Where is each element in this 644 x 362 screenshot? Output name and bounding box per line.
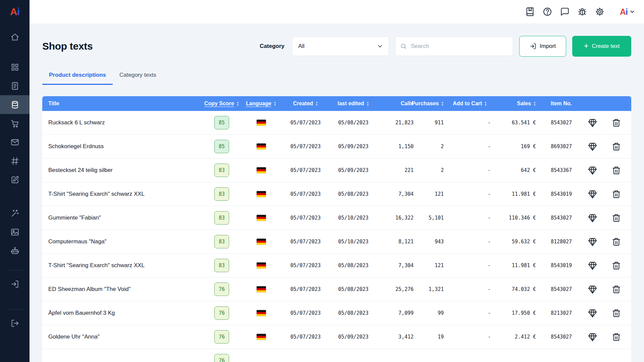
row-sales: 63.541 € xyxy=(493,120,539,126)
delete-trash-icon[interactable] xyxy=(612,166,621,175)
table-row[interactable]: Goldene Uhr "Anna" 76 05/07/2023 05/09/2… xyxy=(42,325,631,349)
delete-trash-icon[interactable] xyxy=(612,285,621,294)
import-button[interactable]: Import xyxy=(519,36,566,57)
gem-icon[interactable] xyxy=(588,333,597,342)
row-purchases: 121 xyxy=(416,262,446,268)
sidebar-item-sign-in[interactable] xyxy=(0,275,30,293)
row-purchases: 2 xyxy=(416,167,446,173)
german-flag-icon xyxy=(257,239,266,245)
column-calls: Calls xyxy=(378,101,416,107)
row-calls: 1,150 xyxy=(378,143,416,149)
row-sales: 110.346 € xyxy=(493,215,539,221)
row-calls: 221 xyxy=(378,167,416,173)
search-input[interactable] xyxy=(410,43,508,50)
table-row[interactable]: ED Sheezman Album "The Void" 76 05/07/20… xyxy=(42,278,631,301)
row-add-to-cart: - xyxy=(446,167,493,173)
sidebar-item-shop-texts[interactable] xyxy=(0,95,30,114)
column-title: Title xyxy=(42,101,203,107)
sidebar-item-mail[interactable] xyxy=(0,133,30,152)
table-row[interactable]: T-Shirt "Searing Exarch" schwarz XXL 83 … xyxy=(42,254,631,278)
gem-icon[interactable] xyxy=(588,142,597,151)
dashboard-grid-icon xyxy=(10,63,19,72)
shop-texts-table: Title Copy Score ▲▼ Language ▲▼ Created … xyxy=(42,96,631,362)
column-copy-score[interactable]: Copy Score ▲▼ xyxy=(203,101,240,107)
chat-icon[interactable] xyxy=(560,7,570,16)
row-title: T-Shirt "Searing Exarch" schwarz XXL xyxy=(42,262,203,269)
sidebar-item-assistant[interactable] xyxy=(0,241,30,260)
row-title: Goldene Uhr "Anna" xyxy=(42,334,203,340)
sidebar-item-images[interactable] xyxy=(0,223,30,241)
bookmarks-icon[interactable] xyxy=(525,7,535,16)
category-select[interactable]: All xyxy=(292,37,389,56)
delete-trash-icon[interactable] xyxy=(612,142,621,151)
column-last-edited[interactable]: last edited ▲▼ xyxy=(329,101,378,107)
help-icon[interactable] xyxy=(543,7,552,16)
sidebar-item-cart[interactable] xyxy=(0,114,30,133)
copy-score-badge: 83 xyxy=(214,187,229,201)
delete-trash-icon[interactable] xyxy=(612,118,621,127)
gem-icon[interactable] xyxy=(588,237,597,246)
sidebar-item-sign-out[interactable] xyxy=(0,314,30,333)
delete-trash-icon[interactable] xyxy=(612,261,621,270)
column-item-no: Item No. xyxy=(539,101,584,107)
sidebar-item-home[interactable] xyxy=(0,27,30,46)
column-sales[interactable]: Sales ▲▼ xyxy=(493,101,539,107)
german-flag-icon xyxy=(257,334,266,340)
settings-gear-icon[interactable] xyxy=(595,7,604,16)
sidebar-item-hashtag[interactable] xyxy=(0,152,30,170)
sidebar-divider xyxy=(6,270,23,270)
row-item-no: 8543367 xyxy=(539,167,584,173)
search-icon xyxy=(400,43,407,50)
table-row[interactable]: Rucksack 6 L schwarz 85 05/07/2023 05/08… xyxy=(42,111,631,135)
page-title: Shop texts xyxy=(42,41,93,52)
gem-icon[interactable] xyxy=(588,118,597,127)
gem-icon[interactable] xyxy=(588,261,597,270)
gem-icon[interactable] xyxy=(588,309,597,318)
gem-icon[interactable] xyxy=(588,190,597,199)
bug-icon[interactable] xyxy=(578,7,587,16)
create-text-button[interactable]: + Create text xyxy=(572,36,631,57)
user-menu[interactable]: Ai xyxy=(620,7,635,17)
row-title: Gummiente "Fabian" xyxy=(42,215,203,221)
tab-category-texts[interactable]: Category texts xyxy=(113,72,163,85)
main-content: Shop texts Category All Import xyxy=(30,23,644,362)
table-row[interactable]: Gummiente "Fabian" 83 05/07/2023 05/10/2… xyxy=(42,206,631,230)
table-row-partial[interactable]: 76 xyxy=(42,349,631,362)
column-language[interactable]: Language ▲▼ xyxy=(240,101,282,107)
row-title: Rucksack 6 L schwarz xyxy=(42,119,203,126)
gem-icon[interactable] xyxy=(588,285,597,294)
table-body: Rucksack 6 L schwarz 85 05/07/2023 05/08… xyxy=(42,111,631,362)
row-purchases: 2 xyxy=(416,143,446,149)
tab-product-descriptions[interactable]: Product descriptions xyxy=(42,72,113,85)
sidebar-item-editor[interactable] xyxy=(0,170,30,189)
gem-icon[interactable] xyxy=(588,214,597,223)
column-add-to-cart[interactable]: Add to Cart ▲▼ xyxy=(446,101,493,107)
table-row[interactable]: Computermaus "Naga" 83 05/07/2023 05/10/… xyxy=(42,230,631,254)
sidebar-item-dashboard[interactable] xyxy=(0,58,30,76)
brand-logo[interactable]: Ai xyxy=(10,0,19,23)
row-sales: 2.412 € xyxy=(493,334,539,340)
row-add-to-cart: - xyxy=(446,120,493,126)
table-row[interactable]: Besteckset 24 teilig silber 83 05/07/202… xyxy=(42,159,631,182)
delete-trash-icon[interactable] xyxy=(612,309,621,318)
delete-trash-icon[interactable] xyxy=(612,333,621,342)
table-row[interactable]: Schokoriegel Erdnuss 85 05/07/2023 05/09… xyxy=(42,135,631,159)
row-title: Besteckset 24 teilig silber xyxy=(42,167,203,174)
sidebar-item-magic-tools[interactable] xyxy=(0,204,30,223)
column-created[interactable]: Created ▲▼ xyxy=(282,101,329,107)
sign-in-icon xyxy=(10,280,19,289)
gem-icon[interactable] xyxy=(588,166,597,175)
row-title: Äpfel vom Bauernhof 3 Kg xyxy=(42,310,203,316)
row-created: 05/07/2023 xyxy=(282,262,329,268)
table-row[interactable]: T-Shirt "Searing Exarch" schwarz XXL 83 … xyxy=(42,182,631,206)
delete-trash-icon[interactable] xyxy=(612,190,621,199)
row-add-to-cart: - xyxy=(446,191,493,197)
table-row[interactable]: Äpfel vom Bauernhof 3 Kg 76 05/07/2023 0… xyxy=(42,301,631,325)
sidebar-item-documents[interactable] xyxy=(0,76,30,95)
row-last-edited: 05/09/2023 xyxy=(329,167,378,173)
delete-trash-icon[interactable] xyxy=(612,237,621,246)
row-purchases: 943 xyxy=(416,239,446,245)
database-icon xyxy=(10,100,19,109)
delete-trash-icon[interactable] xyxy=(612,214,621,223)
column-purchases[interactable]: Purchases ▲▼ xyxy=(416,101,446,107)
